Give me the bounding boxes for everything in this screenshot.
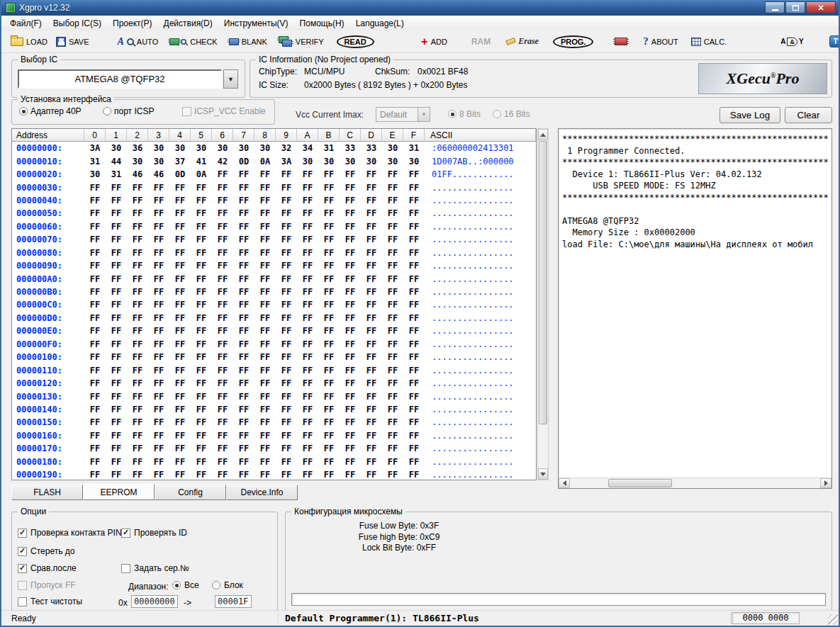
hex-byte[interactable]: FF: [361, 392, 382, 402]
hex-byte[interactable]: FF: [127, 417, 148, 427]
hex-byte[interactable]: FF: [382, 261, 403, 271]
hex-byte[interactable]: 30: [233, 143, 254, 153]
hex-byte[interactable]: FF: [127, 222, 148, 232]
hex-column-header[interactable]: 7: [233, 129, 254, 142]
hex-byte[interactable]: FF: [169, 248, 191, 258]
hex-byte[interactable]: FF: [169, 378, 191, 388]
menu-item-1[interactable]: Файл(F): [4, 16, 47, 30]
hex-byte[interactable]: 30: [361, 157, 382, 166]
hex-byte[interactable]: FF: [297, 326, 318, 336]
hex-byte[interactable]: FF: [233, 470, 254, 480]
hex-byte[interactable]: 33: [361, 143, 382, 153]
hex-byte[interactable]: FF: [340, 183, 361, 193]
hex-byte[interactable]: 36: [127, 143, 148, 153]
hex-byte[interactable]: FF: [340, 326, 361, 336]
hex-byte[interactable]: FF: [361, 444, 382, 453]
hex-byte[interactable]: FF: [276, 274, 297, 284]
hex-column-header[interactable]: 6: [212, 129, 233, 142]
hex-byte[interactable]: FF: [318, 274, 340, 284]
hex-byte[interactable]: FF: [340, 378, 361, 388]
hex-byte[interactable]: FF: [254, 183, 276, 193]
hex-byte[interactable]: FF: [233, 287, 254, 297]
hex-byte[interactable]: FF: [276, 313, 297, 323]
hex-byte[interactable]: FF: [212, 470, 233, 480]
hex-column-header[interactable]: 9: [276, 129, 297, 142]
hex-byte[interactable]: FF: [106, 405, 127, 414]
hex-byte[interactable]: 42: [212, 157, 233, 166]
hex-byte[interactable]: FF: [233, 274, 254, 284]
scroll-down-button[interactable]: [538, 468, 548, 480]
hex-ascii[interactable]: ................: [425, 392, 536, 402]
hex-byte[interactable]: 30: [382, 157, 403, 166]
hex-byte[interactable]: FF: [340, 248, 361, 258]
hex-byte[interactable]: FF: [212, 169, 233, 179]
hex-byte[interactable]: FF: [148, 366, 169, 375]
hex-byte[interactable]: FF: [127, 248, 148, 258]
hex-ascii[interactable]: ................: [425, 196, 536, 205]
hex-byte[interactable]: 44: [106, 157, 127, 166]
hex-byte[interactable]: FF: [254, 274, 276, 284]
hex-byte[interactable]: FF: [297, 248, 318, 258]
hex-byte[interactable]: 37: [169, 157, 191, 166]
hex-byte[interactable]: 31: [106, 169, 127, 179]
hex-byte[interactable]: FF: [403, 470, 425, 480]
hex-byte[interactable]: FF: [127, 392, 148, 402]
address-column-header[interactable]: Address: [12, 129, 84, 142]
hex-byte[interactable]: FF: [276, 169, 297, 179]
hex-ascii[interactable]: ................: [425, 183, 536, 193]
hex-byte[interactable]: FF: [403, 457, 425, 467]
hex-byte[interactable]: FF: [84, 339, 106, 349]
hex-byte[interactable]: FF: [84, 196, 106, 205]
hex-byte[interactable]: FF: [340, 261, 361, 271]
calc-button[interactable]: CALC.: [689, 36, 729, 47]
hex-byte[interactable]: FF: [169, 196, 191, 205]
hex-byte[interactable]: 46: [127, 169, 148, 179]
hex-byte[interactable]: FF: [212, 405, 233, 414]
hex-byte[interactable]: FF: [382, 248, 403, 258]
hex-byte[interactable]: FF: [382, 287, 403, 297]
hex-byte[interactable]: FF: [84, 457, 106, 467]
range-all-radio[interactable]: Все: [172, 580, 199, 590]
hex-byte[interactable]: FF: [106, 352, 127, 362]
hex-byte[interactable]: FF: [84, 300, 106, 310]
hex-byte[interactable]: FF: [212, 378, 233, 388]
hex-ascii[interactable]: ................: [425, 300, 536, 310]
hex-byte[interactable]: FF: [233, 417, 254, 427]
hex-byte[interactable]: FF: [148, 378, 169, 388]
hex-byte[interactable]: FF: [233, 326, 254, 336]
tab-device-info[interactable]: Device.Info: [226, 485, 298, 500]
hex-byte[interactable]: FF: [276, 183, 297, 193]
log-horizontal-scrollbar[interactable]: [559, 478, 831, 488]
hex-byte[interactable]: FF: [276, 417, 297, 427]
hex-byte[interactable]: FF: [148, 326, 169, 336]
range-block-radio[interactable]: Блок: [212, 580, 243, 590]
hex-byte[interactable]: FF: [403, 169, 425, 179]
hex-byte[interactable]: FF: [297, 366, 318, 375]
hex-byte[interactable]: FF: [382, 405, 403, 414]
hex-byte[interactable]: FF: [84, 405, 106, 414]
hex-byte[interactable]: FF: [212, 183, 233, 193]
hex-byte[interactable]: FF: [233, 313, 254, 323]
hex-byte[interactable]: FF: [106, 366, 127, 375]
hex-ascii[interactable]: ................: [425, 208, 536, 218]
hex-byte[interactable]: FF: [340, 196, 361, 205]
hex-byte[interactable]: FF: [403, 222, 425, 232]
hex-byte[interactable]: FF: [254, 366, 276, 375]
hex-byte[interactable]: FF: [297, 313, 318, 323]
hex-byte[interactable]: FF: [148, 287, 169, 297]
hex-byte[interactable]: FF: [361, 431, 382, 441]
range-from-input[interactable]: [131, 595, 178, 608]
hex-byte[interactable]: FF: [382, 352, 403, 362]
hex-byte[interactable]: FF: [233, 366, 254, 375]
hex-byte[interactable]: FF: [148, 352, 169, 362]
minimize-button[interactable]: [765, 1, 785, 13]
hex-byte[interactable]: FF: [84, 208, 106, 218]
hex-byte[interactable]: FF: [127, 274, 148, 284]
hex-byte[interactable]: FF: [254, 405, 276, 414]
hex-byte[interactable]: FF: [169, 339, 191, 349]
hex-byte[interactable]: FF: [382, 378, 403, 388]
hex-byte[interactable]: FF: [233, 222, 254, 232]
ic-select-dropdown-button[interactable]: ▼: [223, 69, 238, 89]
hex-byte[interactable]: FF: [84, 274, 106, 284]
hex-byte[interactable]: FF: [169, 366, 191, 375]
